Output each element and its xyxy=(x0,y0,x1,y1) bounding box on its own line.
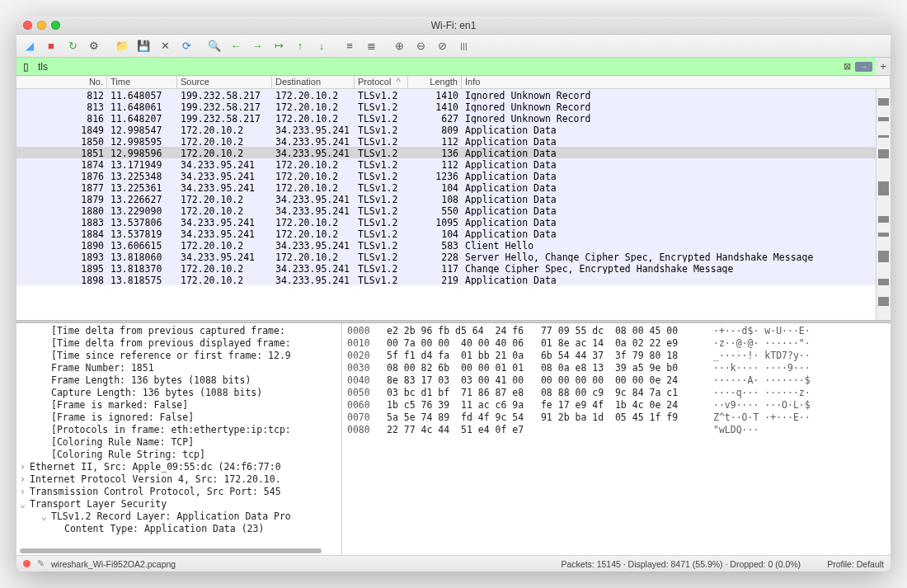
col-header-destination[interactable]: Destination xyxy=(272,76,355,88)
col-header-source[interactable]: Source xyxy=(177,76,272,88)
titlebar: Wi-Fi: en1 xyxy=(16,16,891,35)
col-header-time[interactable]: Time xyxy=(107,76,177,88)
display-filter-bar: ▯ ⊠ → + xyxy=(16,58,891,76)
packet-row[interactable]: 81211.648057199.232.58.217172.20.10.2TLS… xyxy=(16,89,876,101)
last-packet-button[interactable]: ↓ xyxy=(312,37,331,55)
tree-item[interactable]: Frame Number: 1851 xyxy=(20,362,341,374)
tree-item[interactable]: [Protocols in frame: eth:ethertype:ip:tc… xyxy=(20,424,341,436)
tree-item[interactable]: Frame Length: 136 bytes (1088 bits) xyxy=(20,374,341,387)
packet-row[interactable]: 187713.22536134.233.95.241172.20.10.2TLS… xyxy=(16,181,876,193)
first-packet-button[interactable]: ↑ xyxy=(290,37,310,55)
packet-stats: Packets: 15145 · Displayed: 8471 (55.9%)… xyxy=(561,559,801,569)
apply-filter-button[interactable]: → xyxy=(855,62,872,72)
zoom-reset-button[interactable]: ⊘ xyxy=(432,37,452,55)
packet-row[interactable]: 185112.998596172.20.10.234.233.95.241TLS… xyxy=(16,147,876,158)
col-header-info[interactable]: Info xyxy=(462,76,891,88)
profile-label[interactable]: Profile: Default xyxy=(827,559,884,569)
bookmark-filter-icon[interactable]: ▯ xyxy=(16,58,35,75)
packet-row[interactable]: 188013.229090172.20.10.234.233.95.241TLS… xyxy=(16,205,876,216)
open-file-button[interactable]: 📁 xyxy=(112,37,132,55)
zoom-out-button[interactable]: ⊖ xyxy=(411,37,430,55)
tree-item[interactable]: ›Ethernet II, Src: Apple_09:55:dc (24:f6… xyxy=(20,461,341,473)
tree-item[interactable]: ⌄TLSv1.2 Record Layer: Application Data … xyxy=(20,510,341,523)
expert-info-icon[interactable] xyxy=(23,560,31,567)
packet-minimap[interactable] xyxy=(876,89,891,320)
hex-row[interactable]: 00408e 83 17 03 03 00 41 00 00 00 00 00 … xyxy=(347,374,886,387)
reload-button[interactable]: ⟳ xyxy=(176,37,196,55)
tree-item[interactable]: [Frame is marked: False] xyxy=(20,399,341,412)
lower-panes: [Time delta from previous captured frame… xyxy=(16,323,891,555)
packet-row[interactable]: 188313.53780634.233.95.241172.20.10.2TLS… xyxy=(16,216,876,228)
col-header-length[interactable]: Length xyxy=(408,76,462,88)
hex-row[interactable]: 008022 77 4c 44 51 e4 0f e7"wLDQ··· xyxy=(347,424,886,436)
packet-row[interactable]: 187613.22534834.233.95.241172.20.10.2TLS… xyxy=(16,170,876,181)
tree-item[interactable]: [Coloring Rule Name: TCP] xyxy=(20,436,341,449)
packet-row[interactable]: 189313.81806034.233.95.241172.20.10.2TLS… xyxy=(16,251,876,262)
wireshark-window: Wi-Fi: en1 ◢ ■ ↻ ⚙ 📁 💾 ✕ ⟳ 🔍 ← → ↦ ↑ ↓ ≡… xyxy=(16,16,891,572)
go-back-button[interactable]: ← xyxy=(226,37,246,55)
hex-row[interactable]: 00601b c5 76 39 11 ac c6 9a fe 17 e9 4f … xyxy=(347,399,886,412)
zoom-in-button[interactable]: ⊕ xyxy=(389,37,409,55)
go-forward-button[interactable]: → xyxy=(247,37,267,55)
packet-row[interactable]: 189813.818575172.20.10.234.233.95.241TLS… xyxy=(16,274,876,285)
packet-row[interactable]: 187413.17194934.233.95.241172.20.10.2TLS… xyxy=(16,158,876,170)
stop-capture-button[interactable]: ■ xyxy=(41,37,61,55)
capture-file-name: wireshark_Wi-Fi952OA2.pcapng xyxy=(51,559,176,569)
hex-row[interactable]: 0000e2 2b 96 fb d5 64 24 f6 77 09 55 dc … xyxy=(347,325,886,337)
goto-packet-button[interactable]: ↦ xyxy=(269,37,289,55)
find-packet-button[interactable]: 🔍 xyxy=(204,37,224,55)
packet-row[interactable]: 81311.648061199.232.58.217172.20.10.2TLS… xyxy=(16,101,876,112)
restart-capture-button[interactable]: ↻ xyxy=(63,37,82,55)
col-header-no[interactable]: No. xyxy=(16,76,107,88)
hex-row[interactable]: 001000 7a 00 00 40 00 40 06 01 8e ac 14 … xyxy=(347,337,886,350)
close-file-button[interactable]: ✕ xyxy=(155,37,175,55)
clear-filter-button[interactable]: ⊠ xyxy=(841,61,853,72)
col-header-protocol[interactable]: Protocol ^ xyxy=(355,76,408,88)
tree-item[interactable]: [Time delta from previous captured frame… xyxy=(20,325,341,337)
tree-item[interactable]: Capture Length: 136 bytes (1088 bits) xyxy=(20,387,341,399)
save-file-button[interactable]: 💾 xyxy=(134,37,153,55)
tree-item[interactable]: [Time delta from previous displayed fram… xyxy=(20,337,341,350)
resize-columns-button[interactable]: ⫼ xyxy=(454,37,473,55)
packet-row[interactable]: 187913.226627172.20.10.234.233.95.241TLS… xyxy=(16,193,876,205)
packet-row[interactable]: 184912.998547172.20.10.234.233.95.241TLS… xyxy=(16,124,876,135)
shark-fin-icon[interactable]: ◢ xyxy=(20,37,40,55)
tree-item[interactable]: ⌄Transport Layer Security xyxy=(20,498,341,510)
display-filter-input[interactable] xyxy=(35,58,838,75)
packet-row[interactable]: 189513.818370172.20.10.234.233.95.241TLS… xyxy=(16,262,876,274)
capture-options-button[interactable]: ⚙ xyxy=(84,37,104,55)
tree-item[interactable]: ›Internet Protocol Version 4, Src: 172.2… xyxy=(20,473,341,486)
status-bar: ✎ wireshark_Wi-Fi952OA2.pcapng Packets: … xyxy=(16,555,891,572)
packet-row[interactable]: 81611.648207199.232.58.217172.20.10.2TLS… xyxy=(16,112,876,124)
tree-item[interactable]: [Frame is ignored: False] xyxy=(20,412,341,424)
auto-scroll-button[interactable]: ≡ xyxy=(340,37,360,55)
add-filter-button[interactable]: + xyxy=(876,58,891,75)
hex-row[interactable]: 00705a 5e 74 89 fd 4f 9c 54 91 2b ba 1d … xyxy=(347,412,886,424)
hex-row[interactable]: 00205f f1 d4 fa 01 bb 21 0a 6b 54 44 37 … xyxy=(347,350,886,362)
packet-row[interactable]: 189013.606615172.20.10.234.233.95.241TLS… xyxy=(16,239,876,251)
packet-row[interactable]: 185012.998595172.20.10.234.233.95.241TLS… xyxy=(16,135,876,147)
hex-row[interactable]: 005003 bc d1 bf 71 86 87 e8 08 88 00 c9 … xyxy=(347,387,886,399)
edit-capture-comment-icon[interactable]: ✎ xyxy=(37,558,45,569)
tree-item[interactable]: [Coloring Rule String: tcp] xyxy=(20,449,341,461)
main-toolbar: ◢ ■ ↻ ⚙ 📁 💾 ✕ ⟳ 🔍 ← → ↦ ↑ ↓ ≡ ≣ ⊕ ⊖ ⊘ ⫼ xyxy=(16,35,891,58)
packet-list: 81211.648057199.232.58.217172.20.10.2TLS… xyxy=(16,89,891,320)
tree-scrollbar[interactable] xyxy=(20,548,322,553)
filter-actions: ⊠ → xyxy=(838,58,876,75)
tree-item[interactable]: Content Type: Application Data (23) xyxy=(20,523,341,535)
colorize-button[interactable]: ≣ xyxy=(361,37,381,55)
packet-row[interactable]: 188413.53781934.233.95.241172.20.10.2TLS… xyxy=(16,228,876,239)
packet-bytes-hex[interactable]: 0000e2 2b 96 fb d5 64 24 f6 77 09 55 dc … xyxy=(342,323,891,555)
packet-list-header: No. Time Source Destination Protocol ^ L… xyxy=(16,76,891,89)
hex-row[interactable]: 003008 00 82 6b 00 00 01 01 08 0a e8 13 … xyxy=(347,362,886,374)
tree-item[interactable]: [Time since reference or first frame: 12… xyxy=(20,350,341,362)
tree-item[interactable]: ›Transmission Control Protocol, Src Port… xyxy=(20,486,341,498)
window-title: Wi-Fi: en1 xyxy=(16,20,891,31)
packet-details-tree[interactable]: [Time delta from previous captured frame… xyxy=(16,323,342,555)
